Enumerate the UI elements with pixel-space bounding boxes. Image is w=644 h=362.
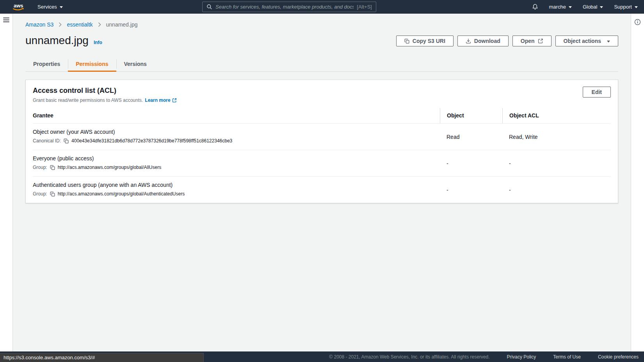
info-link[interactable]: Info <box>94 40 102 45</box>
object-acl-permission-value: - <box>502 177 611 203</box>
object-acl-permission-value: Read, Write <box>502 124 611 150</box>
main-content: Amazon S3 essentialtk unnamed.jpg unname… <box>13 14 631 351</box>
svg-text:aws: aws <box>14 3 23 9</box>
services-label: Services <box>37 4 57 10</box>
open-button[interactable]: Open <box>512 35 551 46</box>
group-uri-value: http://acs.amazonaws.com/groups/global/A… <box>58 191 185 197</box>
account-menu[interactable]: marche <box>549 4 572 10</box>
acl-panel-title: Access control list (ACL) <box>33 87 177 95</box>
external-link-icon <box>538 38 543 44</box>
learn-more-label: Learn more <box>145 98 170 103</box>
breadcrumb-amazon-s3[interactable]: Amazon S3 <box>25 21 53 28</box>
grantee-sub-label: Group: <box>33 165 47 170</box>
acl-description-text: Grant basic read/write permissions to AW… <box>33 98 143 103</box>
acl-panel-description: Grant basic read/write permissions to AW… <box>33 98 177 103</box>
search-input[interactable] <box>215 4 354 10</box>
support-label: Support <box>614 4 632 10</box>
column-header-grantee: Grantee <box>33 108 440 123</box>
chevron-right-icon <box>98 22 101 27</box>
help-panel-strip <box>631 14 644 351</box>
edit-acl-button[interactable]: Edit <box>583 87 611 98</box>
tab-properties[interactable]: Properties <box>25 57 68 71</box>
download-label: Download <box>474 38 500 44</box>
info-circle-icon[interactable] <box>634 19 641 25</box>
object-permission-value: Read <box>440 124 502 150</box>
top-navigation-bar: aws Services [Alt+S] marche Global <box>0 0 644 14</box>
support-menu[interactable]: Support <box>614 4 638 10</box>
copy-icon[interactable] <box>50 192 55 197</box>
services-menu[interactable]: Services <box>37 4 63 10</box>
copy-icon[interactable] <box>50 165 55 170</box>
table-row-everyone: Everyone (public access) Group: http://a… <box>33 150 611 177</box>
search-icon <box>206 4 212 10</box>
grantee-name: Authenticated users group (anyone with a… <box>33 182 440 188</box>
breadcrumb: Amazon S3 essentialtk unnamed.jpg <box>25 21 618 28</box>
tab-permissions[interactable]: Permissions <box>68 57 116 71</box>
table-row-object-owner: Object owner (your AWS account) Canonica… <box>33 124 611 150</box>
left-sidebar-strip <box>0 14 13 351</box>
aws-logo-icon: aws <box>12 2 26 12</box>
privacy-policy-link[interactable]: Privacy Policy <box>507 354 536 360</box>
copy-s3-uri-label: Copy S3 URI <box>413 38 445 44</box>
bell-icon[interactable] <box>532 4 538 10</box>
object-permission-value: - <box>440 177 502 203</box>
copy-icon <box>404 39 409 44</box>
object-actions-label: Object actions <box>564 38 601 44</box>
copy-s3-uri-button[interactable]: Copy S3 URI <box>396 35 454 46</box>
grantee-name: Object owner (your AWS account) <box>33 129 440 135</box>
global-search-box[interactable]: [Alt+S] <box>202 2 376 12</box>
hamburger-menu-icon[interactable] <box>3 18 9 23</box>
chevron-right-icon <box>59 22 62 27</box>
chevron-down-icon <box>60 6 63 8</box>
region-menu[interactable]: Global <box>583 4 603 10</box>
download-button[interactable]: Download <box>457 35 509 46</box>
grantee-name: Everyone (public access) <box>33 155 440 161</box>
cookie-preferences-link[interactable]: Cookie preferences <box>598 354 639 360</box>
chevron-down-icon <box>600 6 603 8</box>
grantee-sub-label: Group: <box>33 191 47 197</box>
aws-logo[interactable]: aws <box>12 2 26 12</box>
breadcrumb-bucket[interactable]: essentialtk <box>67 21 93 28</box>
breadcrumb-current-object: unnamed.jpg <box>106 21 138 28</box>
canonical-id-value: 400e43e34dfe31821db6d78d772e3787326d19be… <box>71 138 232 144</box>
acl-table: Grantee Object Object ACL Object owner (… <box>26 108 618 203</box>
group-uri-value: http://acs.amazonaws.com/groups/global/A… <box>58 165 161 170</box>
grantee-sub-label: Canonical ID: <box>33 138 61 144</box>
object-detail-tabs: Properties Permissions Versions <box>25 57 618 72</box>
download-icon <box>466 38 471 44</box>
region-label: Global <box>583 4 598 10</box>
terms-of-use-link[interactable]: Terms of Use <box>553 354 581 360</box>
external-link-icon <box>172 98 177 103</box>
object-actions-button[interactable]: Object actions <box>555 35 618 46</box>
column-header-object: Object <box>440 108 502 123</box>
chevron-down-icon <box>607 41 610 43</box>
search-shortcut-hint: [Alt+S] <box>357 4 372 10</box>
copyright-text: © 2008 - 2021, Amazon Web Services, Inc.… <box>329 354 489 360</box>
acl-panel: Access control list (ACL) Grant basic re… <box>25 80 618 203</box>
column-header-object-acl: Object ACL <box>502 108 611 123</box>
object-acl-permission-value: - <box>502 150 611 176</box>
table-row-authenticated-users: Authenticated users group (anyone with a… <box>33 177 611 203</box>
copy-icon[interactable] <box>64 138 69 144</box>
page-title: unnamed.jpg <box>25 34 89 47</box>
tab-versions[interactable]: Versions <box>116 57 155 71</box>
chevron-down-icon <box>569 6 572 8</box>
account-label: marche <box>549 4 566 10</box>
chevron-down-icon <box>635 6 638 8</box>
learn-more-link[interactable]: Learn more <box>145 98 176 103</box>
browser-status-url: https://s3.console.aws.amazon.com/s3/# <box>0 353 204 362</box>
open-label: Open <box>521 38 535 44</box>
object-permission-value: - <box>440 150 502 176</box>
